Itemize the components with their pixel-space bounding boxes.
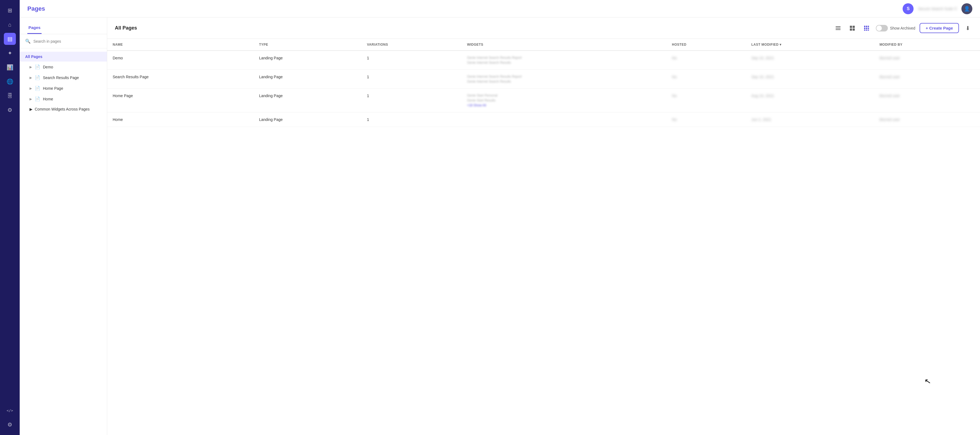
download-button[interactable]: ⬇: [963, 24, 972, 33]
col-header-hosted: HOSTED: [667, 39, 746, 51]
col-header-name: NAME: [107, 39, 253, 51]
svg-rect-15: [868, 30, 869, 31]
main-area: Pages S Secure Search Suite © 👤 Pages 🔍 …: [20, 0, 980, 435]
svg-rect-7: [864, 26, 865, 27]
nav-label-home: Home: [43, 97, 53, 101]
cell-hosted-homepage: No: [667, 89, 746, 112]
table-header-row: NAME TYPE VARIATIONS WIDGETS HOSTED LAST…: [107, 39, 980, 51]
table-title: All Pages: [115, 25, 829, 31]
cell-variations-search: 1: [361, 70, 461, 89]
sidebar-icon-code[interactable]: </>: [4, 404, 16, 416]
cell-type-demo: Landing Page: [253, 51, 361, 70]
create-page-button[interactable]: + Create Page: [920, 23, 959, 33]
user-name: Secure Search Suite ©: [918, 6, 957, 11]
cell-modifiedby-search: blurred user: [874, 70, 980, 89]
chevron-icon: ▶: [30, 65, 32, 69]
svg-rect-12: [868, 28, 869, 29]
sidebar: ⊞ ⌂ ▤ ✦ 📊 🌐 🗄 ⚙ </> ⚙: [0, 0, 20, 435]
page-icon-homepage: 📄: [35, 86, 40, 91]
nav-label-demo: Demo: [43, 65, 53, 69]
header-right: S Secure Search Suite © 👤: [903, 3, 972, 14]
pages-table: NAME TYPE VARIATIONS WIDGETS HOSTED LAST…: [107, 39, 980, 127]
nav-label-common: Common Widgets Across Pages: [35, 107, 90, 112]
sidebar-icon-chart[interactable]: 📊: [4, 61, 16, 73]
col-header-variations: VARIATIONS: [361, 39, 461, 51]
nav-item-search-results[interactable]: ▶ 📄 Search Results Page: [20, 72, 107, 83]
table-row: Search Results Page Landing Page 1 Genie…: [107, 70, 980, 89]
cell-widgets-demo: Genie Internet Search Results Report Gen…: [461, 51, 667, 70]
show-archived-toggle[interactable]: [876, 25, 888, 32]
svg-rect-9: [868, 26, 869, 27]
svg-rect-1: [835, 28, 840, 29]
svg-rect-5: [850, 29, 852, 31]
user-avatar[interactable]: S: [903, 3, 913, 14]
right-panel: All Pages: [107, 18, 980, 435]
svg-rect-3: [850, 26, 852, 28]
nav-item-demo[interactable]: ▶ 📄 Demo: [20, 62, 107, 72]
search-box: 🔍: [20, 34, 107, 48]
cell-modified-search: Sep 10, 2021: [746, 70, 874, 89]
cell-modifiedby-home: blurred user: [874, 112, 980, 127]
sidebar-icon-globe[interactable]: 🌐: [4, 75, 16, 88]
cell-name-demo[interactable]: Demo: [107, 51, 253, 70]
table-view-button[interactable]: [862, 23, 872, 33]
sidebar-icon-settings[interactable]: ⚙: [4, 419, 16, 430]
table-row: Home Page Landing Page 1 Genie Start Per…: [107, 89, 980, 112]
sidebar-icon-pages[interactable]: ▤: [4, 33, 16, 45]
col-header-modified-by: MODIFIED BY: [874, 39, 980, 51]
search-icon: 🔍: [25, 38, 30, 44]
cell-name-search[interactable]: Search Results Page: [107, 70, 253, 89]
cell-modifiedby-demo: blurred user: [874, 51, 980, 70]
tab-pages[interactable]: Pages: [27, 22, 41, 34]
svg-rect-13: [864, 30, 865, 31]
svg-rect-2: [835, 29, 840, 30]
sidebar-icon-home[interactable]: ⌂: [4, 19, 16, 31]
cell-widgets-home: [461, 112, 667, 127]
show-archived-label: Show Archived: [890, 26, 915, 30]
cell-widgets-search: Genie Internet Search Results Report Gen…: [461, 70, 667, 89]
cell-hosted-demo: No: [667, 51, 746, 70]
grid-view-button[interactable]: [847, 23, 857, 33]
cell-hosted-home: No: [667, 112, 746, 127]
table-container: NAME TYPE VARIATIONS WIDGETS HOSTED LAST…: [107, 39, 980, 435]
sidebar-icon-tools[interactable]: ⚙: [4, 104, 16, 116]
svg-rect-11: [866, 28, 867, 29]
cell-hosted-search: No: [667, 70, 746, 89]
nav-label-search: Search Results Page: [43, 75, 79, 80]
list-view-button[interactable]: [833, 23, 843, 33]
svg-rect-8: [866, 26, 867, 27]
cell-type-search: Landing Page: [253, 70, 361, 89]
page-icon-demo: 📄: [35, 64, 40, 70]
cell-name-homepage[interactable]: Home Page: [107, 89, 253, 112]
all-pages-section[interactable]: All Pages: [20, 52, 107, 62]
chevron-icon: ▶: [30, 76, 32, 80]
svg-rect-6: [853, 29, 855, 31]
svg-rect-4: [853, 26, 855, 28]
cell-variations-demo: 1: [361, 51, 461, 70]
sidebar-icon-grid[interactable]: ⊞: [4, 5, 16, 16]
col-header-last-modified[interactable]: LAST MODIFIED ▾: [746, 39, 874, 51]
sidebar-icon-puzzle[interactable]: ✦: [4, 47, 16, 59]
cell-modifiedby-homepage: blurred user: [874, 89, 980, 112]
cell-name-home[interactable]: Home: [107, 112, 253, 127]
cell-variations-homepage: 1: [361, 89, 461, 112]
cell-type-homepage: Landing Page: [253, 89, 361, 112]
cell-variations-home: 1: [361, 112, 461, 127]
col-header-type: TYPE: [253, 39, 361, 51]
search-input[interactable]: [33, 39, 102, 43]
user-profile-icon[interactable]: 👤: [961, 3, 972, 14]
table-row: Demo Landing Page 1 Genie Internet Searc…: [107, 51, 980, 70]
cell-widgets-homepage: Genie Start Personal Genie Start Results…: [461, 89, 667, 112]
nav-item-common-widgets[interactable]: ▶ Common Widgets Across Pages: [20, 104, 107, 114]
table-toolbar: All Pages: [107, 18, 980, 39]
table-row: Home Landing Page 1 No Jun 2, 2021 blurr…: [107, 112, 980, 127]
show-archived-toggle-container: Show Archived: [876, 25, 915, 32]
chevron-icon: ▶: [30, 97, 32, 101]
nav-item-home-page[interactable]: ▶ 📄 Home Page: [20, 83, 107, 94]
nav-item-home[interactable]: ▶ 📄 Home: [20, 94, 107, 104]
cell-modified-homepage: Aug 10, 2021: [746, 89, 874, 112]
page-icon-home: 📄: [35, 96, 40, 102]
cell-modified-demo: Sep 10, 2021: [746, 51, 874, 70]
svg-rect-0: [835, 26, 840, 27]
sidebar-icon-database[interactable]: 🗄: [4, 90, 16, 102]
